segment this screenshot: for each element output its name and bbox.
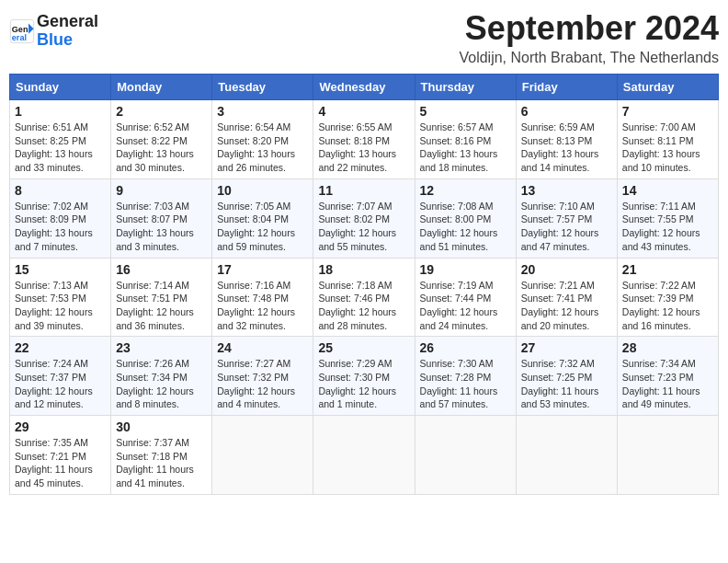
calendar-table: SundayMondayTuesdayWednesdayThursdayFrid…: [9, 74, 719, 495]
calendar-cell: 27Sunrise: 7:32 AM Sunset: 7:25 PM Dayli…: [516, 337, 617, 416]
calendar-cell: [617, 416, 718, 495]
day-number: 25: [318, 340, 409, 355]
calendar-cell: 16Sunrise: 7:14 AM Sunset: 7:51 PM Dayli…: [111, 258, 212, 337]
calendar-cell: 26Sunrise: 7:30 AM Sunset: 7:28 PM Dayli…: [415, 337, 516, 416]
calendar-cell: 7Sunrise: 7:00 AM Sunset: 8:11 PM Daylig…: [617, 100, 718, 179]
day-info: Sunrise: 7:22 AM Sunset: 7:39 PM Dayligh…: [622, 279, 713, 333]
svg-text:eral: eral: [12, 33, 27, 42]
weekday-header: Sunday: [10, 75, 111, 100]
calendar-cell: 20Sunrise: 7:21 AM Sunset: 7:41 PM Dayli…: [516, 258, 617, 337]
calendar-cell: [313, 416, 415, 495]
day-info: Sunrise: 7:21 AM Sunset: 7:41 PM Dayligh…: [521, 279, 612, 333]
day-info: Sunrise: 6:57 AM Sunset: 8:16 PM Dayligh…: [420, 121, 511, 175]
calendar-cell: 25Sunrise: 7:29 AM Sunset: 7:30 PM Dayli…: [313, 337, 415, 416]
day-info: Sunrise: 6:59 AM Sunset: 8:13 PM Dayligh…: [521, 121, 612, 175]
day-number: 17: [217, 262, 308, 277]
weekday-header: Monday: [111, 75, 212, 100]
day-number: 7: [622, 104, 713, 119]
title-area: September 2024 Voldijn, North Brabant, T…: [459, 9, 719, 66]
day-info: Sunrise: 7:13 AM Sunset: 7:53 PM Dayligh…: [15, 279, 106, 333]
weekday-header-row: SundayMondayTuesdayWednesdayThursdayFrid…: [10, 75, 719, 100]
day-info: Sunrise: 7:03 AM Sunset: 8:07 PM Dayligh…: [116, 200, 207, 254]
day-number: 21: [622, 262, 713, 277]
day-number: 22: [15, 340, 106, 355]
day-info: Sunrise: 7:32 AM Sunset: 7:25 PM Dayligh…: [521, 357, 612, 411]
day-number: 18: [318, 262, 409, 277]
day-info: Sunrise: 7:00 AM Sunset: 8:11 PM Dayligh…: [622, 121, 713, 175]
weekday-header: Saturday: [617, 75, 718, 100]
calendar-cell: 21Sunrise: 7:22 AM Sunset: 7:39 PM Dayli…: [617, 258, 718, 337]
calendar-cell: 15Sunrise: 7:13 AM Sunset: 7:53 PM Dayli…: [10, 258, 111, 337]
calendar-cell: 9Sunrise: 7:03 AM Sunset: 8:07 PM Daylig…: [111, 178, 212, 258]
calendar-cell: 10Sunrise: 7:05 AM Sunset: 8:04 PM Dayli…: [212, 178, 313, 258]
day-number: 15: [15, 262, 106, 277]
calendar-cell: [516, 416, 617, 495]
calendar-week-row: 8Sunrise: 7:02 AM Sunset: 8:09 PM Daylig…: [10, 178, 719, 258]
day-number: 3: [217, 104, 308, 119]
calendar-cell: 1Sunrise: 6:51 AM Sunset: 8:25 PM Daylig…: [10, 100, 111, 179]
calendar-cell: 19Sunrise: 7:19 AM Sunset: 7:44 PM Dayli…: [415, 258, 516, 337]
day-info: Sunrise: 7:18 AM Sunset: 7:46 PM Dayligh…: [318, 279, 409, 333]
calendar-cell: 4Sunrise: 6:55 AM Sunset: 8:18 PM Daylig…: [313, 100, 415, 179]
day-number: 19: [420, 262, 511, 277]
logo-icon: Gen eral: [9, 18, 35, 44]
weekday-header: Tuesday: [212, 75, 313, 100]
page-header: Gen eral General Blue September 2024 Vol…: [9, 9, 719, 66]
day-info: Sunrise: 7:30 AM Sunset: 7:28 PM Dayligh…: [420, 357, 511, 411]
day-number: 10: [217, 183, 308, 198]
day-info: Sunrise: 6:52 AM Sunset: 8:22 PM Dayligh…: [116, 121, 207, 175]
weekday-header: Wednesday: [313, 75, 415, 100]
day-number: 5: [420, 104, 511, 119]
calendar-cell: 17Sunrise: 7:16 AM Sunset: 7:48 PM Dayli…: [212, 258, 313, 337]
day-number: 29: [15, 419, 106, 434]
calendar-week-row: 22Sunrise: 7:24 AM Sunset: 7:37 PM Dayli…: [10, 337, 719, 416]
day-number: 27: [521, 340, 612, 355]
calendar-cell: 6Sunrise: 6:59 AM Sunset: 8:13 PM Daylig…: [516, 100, 617, 179]
day-number: 30: [116, 419, 207, 434]
day-info: Sunrise: 7:07 AM Sunset: 8:02 PM Dayligh…: [318, 200, 409, 254]
calendar-cell: 28Sunrise: 7:34 AM Sunset: 7:23 PM Dayli…: [617, 337, 718, 416]
calendar-week-row: 1Sunrise: 6:51 AM Sunset: 8:25 PM Daylig…: [10, 100, 719, 179]
calendar-cell: 13Sunrise: 7:10 AM Sunset: 7:57 PM Dayli…: [516, 178, 617, 258]
calendar-cell: 30Sunrise: 7:37 AM Sunset: 7:18 PM Dayli…: [111, 416, 212, 495]
calendar-cell: 14Sunrise: 7:11 AM Sunset: 7:55 PM Dayli…: [617, 178, 718, 258]
day-number: 8: [15, 183, 106, 198]
day-number: 11: [318, 183, 409, 198]
day-info: Sunrise: 7:19 AM Sunset: 7:44 PM Dayligh…: [420, 279, 511, 333]
day-info: Sunrise: 7:29 AM Sunset: 7:30 PM Dayligh…: [318, 357, 409, 411]
weekday-header: Thursday: [415, 75, 516, 100]
day-info: Sunrise: 7:35 AM Sunset: 7:21 PM Dayligh…: [15, 436, 106, 490]
day-info: Sunrise: 7:08 AM Sunset: 8:00 PM Dayligh…: [420, 200, 511, 254]
day-number: 13: [521, 183, 612, 198]
logo: Gen eral General Blue: [9, 9, 98, 50]
day-number: 4: [318, 104, 409, 119]
day-number: 28: [622, 340, 713, 355]
calendar-cell: 8Sunrise: 7:02 AM Sunset: 8:09 PM Daylig…: [10, 178, 111, 258]
day-number: 24: [217, 340, 308, 355]
day-info: Sunrise: 7:10 AM Sunset: 7:57 PM Dayligh…: [521, 200, 612, 254]
day-info: Sunrise: 7:26 AM Sunset: 7:34 PM Dayligh…: [116, 357, 207, 411]
calendar-cell: 24Sunrise: 7:27 AM Sunset: 7:32 PM Dayli…: [212, 337, 313, 416]
day-info: Sunrise: 6:55 AM Sunset: 8:18 PM Dayligh…: [318, 121, 409, 175]
calendar-cell: [212, 416, 313, 495]
day-number: 20: [521, 262, 612, 277]
day-number: 6: [521, 104, 612, 119]
calendar-cell: 3Sunrise: 6:54 AM Sunset: 8:20 PM Daylig…: [212, 100, 313, 179]
day-info: Sunrise: 7:24 AM Sunset: 7:37 PM Dayligh…: [15, 357, 106, 411]
day-info: Sunrise: 6:51 AM Sunset: 8:25 PM Dayligh…: [15, 121, 106, 175]
day-info: Sunrise: 7:11 AM Sunset: 7:55 PM Dayligh…: [622, 200, 713, 254]
calendar-cell: 18Sunrise: 7:18 AM Sunset: 7:46 PM Dayli…: [313, 258, 415, 337]
calendar-cell: 2Sunrise: 6:52 AM Sunset: 8:22 PM Daylig…: [111, 100, 212, 179]
day-info: Sunrise: 6:54 AM Sunset: 8:20 PM Dayligh…: [217, 121, 308, 175]
calendar-cell: [415, 416, 516, 495]
day-info: Sunrise: 7:05 AM Sunset: 8:04 PM Dayligh…: [217, 200, 308, 254]
day-number: 2: [116, 104, 207, 119]
calendar-week-row: 29Sunrise: 7:35 AM Sunset: 7:21 PM Dayli…: [10, 416, 719, 495]
month-title: September 2024: [459, 9, 719, 48]
day-number: 16: [116, 262, 207, 277]
day-number: 14: [622, 183, 713, 198]
calendar-cell: 11Sunrise: 7:07 AM Sunset: 8:02 PM Dayli…: [313, 178, 415, 258]
day-info: Sunrise: 7:14 AM Sunset: 7:51 PM Dayligh…: [116, 279, 207, 333]
calendar-cell: 12Sunrise: 7:08 AM Sunset: 8:00 PM Dayli…: [415, 178, 516, 258]
logo-text: General Blue: [37, 13, 98, 50]
